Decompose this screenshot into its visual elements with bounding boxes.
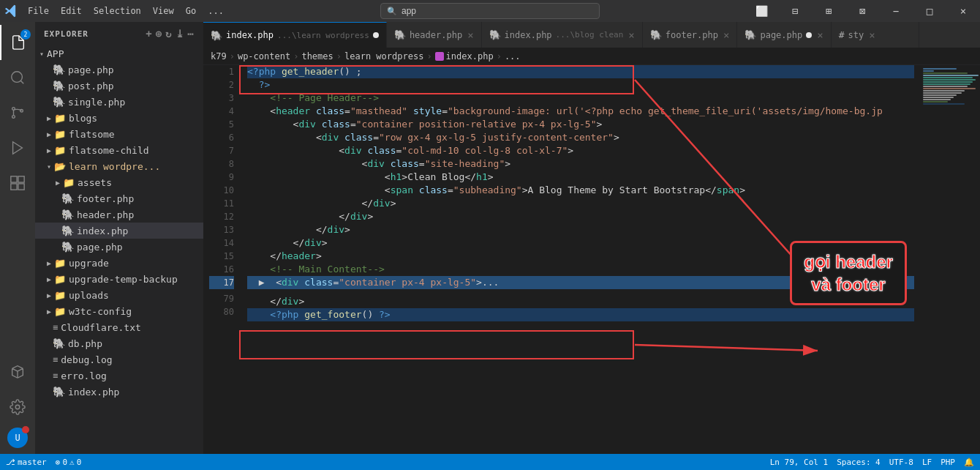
code-line-1: <?php get_header() ; <box>247 65 914 78</box>
activity-settings[interactable] <box>0 389 35 425</box>
menu-file[interactable]: File <box>22 0 55 22</box>
tab-close-icon[interactable]: × <box>723 29 729 41</box>
tab-close-icon[interactable]: × <box>869 29 875 41</box>
breadcrumb-sep: › <box>426 51 431 61</box>
folder-icon: 📁 <box>54 258 66 269</box>
status-language[interactable]: PHP <box>941 458 955 467</box>
tab-bar: 🐘 index.php ...\learn wordpress 🐘 header… <box>203 22 980 48</box>
close-btn[interactable]: × <box>946 0 980 22</box>
status-git[interactable]: ⎇ master <box>6 458 47 467</box>
file-icon: ≡ <box>53 354 58 365</box>
status-encoding[interactable]: UTF-8 <box>889 458 913 467</box>
file-footer-php[interactable]: 🐘 footer.php <box>35 190 203 206</box>
svg-rect-8 <box>18 184 24 190</box>
tab-header-php[interactable]: 🐘 header.php × <box>387 22 482 48</box>
vscode-logo <box>0 0 22 22</box>
activity-extensions[interactable] <box>0 165 35 201</box>
status-notifications[interactable]: 🔔 <box>964 458 974 467</box>
status-line-col[interactable]: Ln 79, Col 1 <box>770 458 828 467</box>
file-post-php[interactable]: 🐘 post.php <box>35 78 203 94</box>
menu-more[interactable]: ... <box>202 0 230 22</box>
menu-bar[interactable]: File Edit Selection View Go ... <box>22 0 230 22</box>
folder-flatsome-child[interactable]: ▶ 📁 flatsome-child <box>35 142 203 158</box>
chevron-right-icon: ▶ <box>47 146 51 154</box>
sidebar-actions[interactable]: + ⊕ ↻ ⤓ ⋯ <box>146 28 195 40</box>
status-line-ending[interactable]: LF <box>922 458 932 467</box>
breadcrumb-learn-wordpress[interactable]: learn wordpress <box>344 51 423 61</box>
activity-remote[interactable] <box>0 354 35 389</box>
chevron-right-icon: ▶ <box>47 259 51 267</box>
file-db-php[interactable]: 🐘 db.php <box>35 335 203 351</box>
breadcrumb-sep: › <box>336 51 342 61</box>
file-page-php-2[interactable]: 🐘 page.php <box>35 239 203 255</box>
folder-uploads[interactable]: ▶ 📁 uploads <box>35 287 203 303</box>
tab-page-php[interactable]: 🐘 page.php × <box>737 22 831 48</box>
new-file-icon[interactable]: + <box>146 28 152 40</box>
activity-search[interactable] <box>0 60 35 95</box>
chevron-right-icon: ▶ <box>47 114 51 122</box>
file-header-php[interactable]: 🐘 header.php <box>35 206 203 223</box>
tab-close-icon[interactable]: × <box>817 29 823 41</box>
file-index-php-root[interactable]: 🐘 index.php <box>35 384 203 400</box>
svg-point-2 <box>12 116 15 119</box>
folder-open-icon: 📂 <box>54 161 66 172</box>
tab-style[interactable]: # sty × <box>832 22 919 48</box>
tab-close-icon[interactable]: × <box>628 29 634 41</box>
breadcrumb-wp-content[interactable]: wp-content <box>238 51 290 61</box>
folder-assets[interactable]: ▶ 📁 assets <box>35 174 203 190</box>
search-input[interactable] <box>402 6 548 16</box>
menu-selection[interactable]: Selection <box>88 0 147 22</box>
sidebar-header: EXPLORER + ⊕ ↻ ⤓ ⋯ <box>35 22 203 45</box>
refresh-icon[interactable]: ↻ <box>165 28 172 40</box>
folder-upgrade-temp[interactable]: ▶ 📁 upgrade-temp-backup <box>35 271 203 287</box>
git-branch: master <box>18 458 47 467</box>
menu-edit[interactable]: Edit <box>55 0 88 22</box>
file-cloudflare-txt[interactable]: ≡ Cloudflare.txt <box>35 319 203 335</box>
status-spaces[interactable]: Spaces: 4 <box>837 458 881 467</box>
tab-index-php-blog[interactable]: 🐘 index.php ...\blog clean × <box>482 22 643 48</box>
tab-footer-php[interactable]: 🐘 footer.php × <box>643 22 738 48</box>
elephant-icon: 🐘 <box>53 337 65 349</box>
folder-learn-wordpress[interactable]: ▾ 📂 learn wordpre... <box>35 158 203 174</box>
activity-debug[interactable] <box>0 130 35 165</box>
breadcrumb-file[interactable]: index.php <box>435 51 494 61</box>
section-app[interactable]: ▾ APP <box>35 45 203 61</box>
maximize-btn[interactable]: □ <box>913 0 946 22</box>
tab-close-icon[interactable]: × <box>467 29 473 41</box>
line-numbers: 1 2 3 4 5 6 7 8 9 10 11 12 13 14 15 16 1 <box>203 65 240 454</box>
folder-flatsome[interactable]: ▶ 📁 flatsome <box>35 126 203 142</box>
folder-w3tc[interactable]: ▶ 📁 w3tc-config <box>35 303 203 319</box>
breadcrumb-themes[interactable]: themes <box>301 51 333 61</box>
file-page-php-1[interactable]: 🐘 page.php <box>35 61 203 78</box>
explorer-badge: 2 <box>20 29 31 40</box>
folder-upgrade[interactable]: ▶ 📁 upgrade <box>35 255 203 271</box>
layout-btn-3[interactable]: ⊞ <box>812 0 845 22</box>
breadcrumb-k79[interactable]: k79 <box>211 51 227 61</box>
code-line-6: <div class="row gx-4 gx-lg-5 justify-con… <box>247 131 914 144</box>
layout-btn-4[interactable]: ⊠ <box>845 0 879 22</box>
layout-btn-1[interactable]: ⬜ <box>745 0 778 22</box>
new-folder-icon[interactable]: ⊕ <box>156 28 162 40</box>
activity-bottom: U <box>0 354 35 448</box>
tab-hash-icon: # <box>839 29 845 40</box>
breadcrumb-sep: › <box>497 51 502 61</box>
activity-explorer[interactable]: 2 <box>0 25 35 60</box>
file-erro-log[interactable]: ≡ erro.log <box>35 368 203 384</box>
collapse-icon[interactable]: ⤓ <box>176 28 185 40</box>
user-avatar[interactable]: U <box>7 428 28 448</box>
file-debug-log[interactable]: ≡ debug.log <box>35 351 203 368</box>
file-index-php-active[interactable]: 🐘 index.php <box>35 223 203 239</box>
menu-go[interactable]: Go <box>180 0 202 22</box>
status-errors[interactable]: ⊗ 0 ⚠ 0 <box>56 458 82 467</box>
more-actions-icon[interactable]: ⋯ <box>188 28 195 40</box>
menu-view[interactable]: View <box>147 0 180 22</box>
tab-index-php-active[interactable]: 🐘 index.php ...\learn wordpress <box>203 22 387 48</box>
search-bar[interactable]: 🔍 <box>380 3 600 19</box>
breadcrumb-ellipsis[interactable]: ... <box>505 51 521 61</box>
file-single-php[interactable]: 🐘 single.php <box>35 94 203 110</box>
folder-blogs[interactable]: ▶ 📁 blogs <box>35 110 203 126</box>
code-editor[interactable]: 1 2 3 4 5 6 7 8 9 10 11 12 13 14 15 16 1 <box>203 65 980 454</box>
activity-git[interactable] <box>0 95 35 130</box>
minimize-btn[interactable]: − <box>879 0 913 22</box>
layout-btn-2[interactable]: ⊟ <box>778 0 812 22</box>
